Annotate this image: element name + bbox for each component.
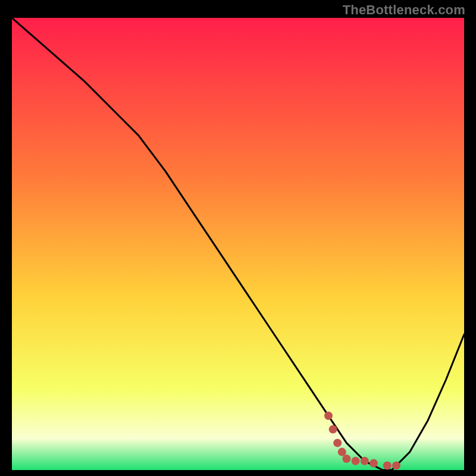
highlight-marker [369, 459, 378, 468]
highlight-marker [329, 425, 337, 434]
watermark-text: TheBottleneck.com [343, 2, 465, 18]
highlight-marker [324, 412, 333, 420]
gradient-background [12, 18, 464, 470]
highlight-marker [383, 461, 392, 469]
highlight-marker [333, 439, 342, 447]
highlight-marker [352, 457, 360, 465]
highlight-marker [361, 457, 369, 465]
highlight-marker [342, 455, 350, 463]
plot-area [12, 18, 464, 470]
chart-frame: TheBottleneck.com [0, 0, 476, 476]
highlight-marker [338, 448, 346, 456]
chart-svg [12, 18, 464, 470]
highlight-marker [392, 461, 400, 469]
